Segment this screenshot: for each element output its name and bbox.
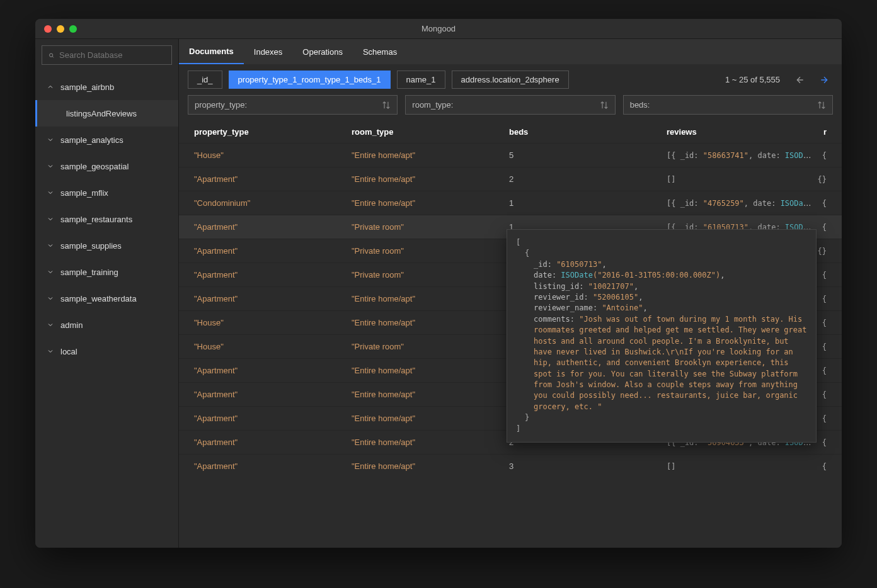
database-label: sample_geospatial (60, 162, 129, 171)
sidebar-database-item[interactable]: sample_weatherdata (35, 285, 178, 312)
chevron-down-icon (47, 295, 54, 302)
table-row[interactable]: "House""Entire home/apt"5[{ _id: "586637… (179, 143, 842, 167)
arrow-right-icon (819, 75, 829, 85)
database-label: sample_analytics (60, 135, 123, 145)
chevron-down-icon (47, 242, 54, 249)
window-title: Mongood (35, 24, 842, 33)
main-tabs: DocumentsIndexesOperationsSchemas (179, 39, 842, 64)
sidebar-database-item[interactable]: sample_restaurants (35, 206, 178, 232)
column-header[interactable]: property_type (194, 127, 352, 137)
sidebar-database-item[interactable]: sample_mflix (35, 179, 178, 206)
pagination-info: 1 ~ 25 of 5,555 (725, 75, 780, 84)
chevron-down-icon (47, 162, 54, 170)
arrow-left-icon (795, 75, 805, 85)
sort-icon (600, 101, 609, 110)
filter-input[interactable]: property_type: (188, 95, 398, 115)
column-header[interactable]: room_type (352, 127, 509, 137)
column-header[interactable]: reviews (667, 127, 814, 137)
chevron-down-icon (47, 348, 54, 355)
prev-page-button[interactable] (791, 71, 809, 89)
table-row[interactable]: "Apartment""Entire home/apt"2[]{} (179, 167, 842, 191)
index-bar: _id_property_type_1_room_type_1_beds_1na… (179, 64, 842, 95)
search-field[interactable] (59, 50, 165, 60)
index-button[interactable]: address.location_2dsphere (452, 71, 569, 89)
filter-label: room_type: (412, 100, 453, 110)
sidebar-database-item[interactable]: sample_training (35, 259, 178, 285)
table-row[interactable]: "Condominium""Entire home/apt"1[{ _id: "… (179, 191, 842, 215)
table-row[interactable]: "Apartment""Entire home/apt"3[]{ (179, 454, 842, 478)
column-header[interactable]: r (814, 127, 827, 137)
chevron-down-icon (47, 215, 54, 223)
index-button[interactable]: name_1 (397, 71, 445, 89)
filter-label: property_type: (195, 100, 247, 110)
table-header: property_type room_type beds reviews r (179, 121, 842, 143)
chevron-up-icon (47, 83, 54, 91)
database-label: sample_mflix (60, 188, 108, 198)
svg-line-1 (52, 56, 54, 57)
svg-point-0 (50, 54, 53, 57)
filter-input[interactable]: beds: (623, 95, 833, 115)
chevron-down-icon (47, 321, 54, 329)
next-page-button[interactable] (815, 71, 833, 89)
tab-schemas[interactable]: Schemas (353, 39, 407, 64)
index-button[interactable]: property_type_1_room_type_1_beds_1 (229, 71, 391, 89)
database-label: sample_restaurants (60, 215, 132, 224)
search-icon (49, 51, 54, 60)
tab-operations[interactable]: Operations (292, 39, 353, 64)
filter-label: beds: (630, 100, 650, 110)
database-label: sample_supplies (60, 241, 122, 251)
filter-input[interactable]: room_type: (405, 95, 615, 115)
column-header[interactable]: beds (509, 127, 667, 137)
sort-icon (382, 101, 391, 110)
tab-indexes[interactable]: Indexes (244, 39, 293, 64)
cell-preview-tooltip: [ { _id: "61050713", date: ISODate("2016… (507, 229, 817, 443)
sort-icon (817, 101, 826, 110)
sidebar-collection-item[interactable]: listingsAndReviews (35, 100, 178, 127)
sidebar: sample_airbnblistingsAndReviewssample_an… (35, 39, 179, 548)
database-label: admin (60, 320, 83, 330)
sidebar-database-item[interactable]: sample_airbnb (35, 74, 178, 100)
sidebar-database-item[interactable]: admin (35, 312, 178, 338)
sidebar-database-item[interactable]: sample_analytics (35, 127, 178, 153)
database-label: sample_airbnb (60, 82, 114, 92)
database-label: sample_training (60, 268, 118, 277)
sidebar-database-item[interactable]: sample_supplies (35, 232, 178, 259)
app-window: Mongood sample_airbnblistingsAndReviewss… (35, 19, 842, 548)
sidebar-database-item[interactable]: local (35, 338, 178, 365)
chevron-down-icon (47, 136, 54, 144)
tab-documents[interactable]: Documents (179, 39, 244, 64)
database-label: sample_weatherdata (60, 294, 137, 303)
database-label: local (60, 347, 77, 356)
chevron-down-icon (47, 189, 54, 196)
index-button[interactable]: _id_ (188, 71, 222, 89)
sidebar-database-item[interactable]: sample_geospatial (35, 153, 178, 179)
chevron-down-icon (47, 268, 54, 276)
titlebar: Mongood (35, 19, 842, 39)
search-database-input[interactable] (42, 45, 172, 65)
